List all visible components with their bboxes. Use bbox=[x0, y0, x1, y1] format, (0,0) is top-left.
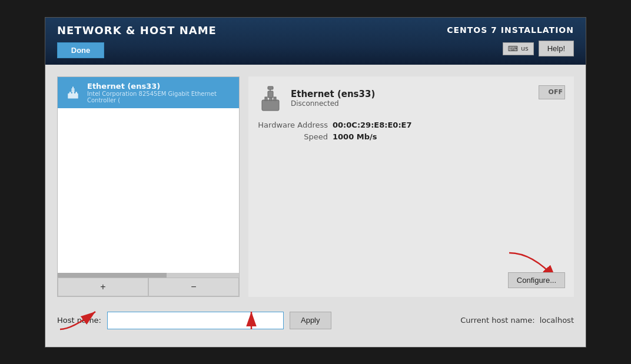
adapter-text: Ethernet (ens33) Intel Corporation 82545… bbox=[87, 82, 232, 103]
right-panel: Ethernet (ens33) Disconnected OFF Hardwa… bbox=[248, 76, 574, 297]
ethernet-detail-icon bbox=[257, 85, 284, 112]
apply-button[interactable]: Apply bbox=[290, 312, 331, 329]
adapter-empty-area bbox=[58, 108, 239, 273]
header-left: NETWORK & HOST NAME Done bbox=[57, 24, 217, 58]
adapter-detail-status: Disconnected bbox=[291, 99, 375, 108]
help-button[interactable]: Help! bbox=[539, 41, 574, 56]
svg-rect-0 bbox=[68, 93, 78, 99]
ethernet-icon bbox=[65, 84, 81, 101]
keyboard-icon: ⌨ bbox=[508, 45, 518, 53]
svg-rect-4 bbox=[71, 88, 74, 92]
adapter-title-block: Ethernet (ens33) Disconnected bbox=[291, 89, 375, 108]
svg-rect-1 bbox=[69, 92, 71, 94]
hardware-address-row: Hardware Address 00:0C:29:E8:E0:E7 bbox=[257, 121, 565, 129]
svg-rect-6 bbox=[262, 100, 279, 111]
main-window: NETWORK & HOST NAME Done CENTOS 7 INSTAL… bbox=[45, 17, 586, 348]
scrollbar[interactable] bbox=[58, 273, 239, 278]
content-area: Ethernet (ens33) Intel Corporation 82545… bbox=[45, 65, 586, 347]
bottom-section: Host name: Apply Current host name: loca… bbox=[57, 306, 574, 335]
header: NETWORK & HOST NAME Done CENTOS 7 INSTAL… bbox=[45, 18, 586, 65]
svg-rect-3 bbox=[75, 92, 77, 94]
adapter-info: Ethernet (ens33) Disconnected bbox=[257, 85, 375, 112]
configure-button[interactable]: Configure... bbox=[508, 272, 565, 288]
hostname-arrow-left bbox=[48, 291, 119, 332]
keyboard-widget[interactable]: ⌨ us bbox=[503, 42, 534, 55]
page-title: NETWORK & HOST NAME bbox=[57, 24, 217, 36]
header-controls: ⌨ us Help! bbox=[503, 41, 574, 56]
adapter-detail-name: Ethernet (ens33) bbox=[291, 89, 375, 99]
speed-value: 1000 Mb/s bbox=[333, 132, 377, 141]
svg-rect-9 bbox=[274, 97, 276, 101]
current-hostname: Current host name: localhost bbox=[460, 316, 574, 325]
toggle-switch[interactable]: OFF bbox=[539, 85, 565, 99]
hostname-row: Host name: Apply Current host name: loca… bbox=[57, 309, 574, 332]
adapter-list-item[interactable]: Ethernet (ens33) Intel Corporation 82545… bbox=[58, 77, 239, 108]
adapter-desc: Intel Corporation 82545EM Gigabit Ethern… bbox=[87, 91, 232, 103]
toggle-label: OFF bbox=[549, 88, 563, 96]
current-hostname-value: localhost bbox=[540, 316, 574, 325]
speed-label: Speed bbox=[257, 132, 328, 141]
svg-rect-10 bbox=[268, 91, 273, 98]
toggle-container: OFF bbox=[539, 85, 565, 99]
hardware-address-label: Hardware Address bbox=[257, 121, 328, 129]
hostname-arrow-center bbox=[222, 291, 281, 332]
current-hostname-label: Current host name: bbox=[460, 316, 534, 325]
svg-rect-12 bbox=[268, 86, 273, 89]
done-button[interactable]: Done bbox=[57, 42, 104, 58]
network-panel: Ethernet (ens33) Intel Corporation 82545… bbox=[57, 76, 574, 297]
adapter-details: Hardware Address 00:0C:29:E8:E0:E7 Speed… bbox=[257, 121, 565, 141]
svg-rect-7 bbox=[265, 97, 267, 101]
header-right: CENTOS 7 INSTALLATION ⌨ us Help! bbox=[447, 25, 574, 56]
installation-title: CENTOS 7 INSTALLATION bbox=[447, 25, 574, 35]
scrollbar-thumb bbox=[58, 273, 167, 278]
left-panel: Ethernet (ens33) Intel Corporation 82545… bbox=[57, 76, 240, 297]
adapter-name: Ethernet (ens33) bbox=[87, 82, 232, 91]
hardware-address-value: 00:0C:29:E8:E0:E7 bbox=[333, 121, 412, 129]
adapter-header: Ethernet (ens33) Disconnected OFF bbox=[257, 85, 565, 112]
keyboard-layout: us bbox=[521, 45, 529, 52]
speed-row: Speed 1000 Mb/s bbox=[257, 132, 565, 141]
